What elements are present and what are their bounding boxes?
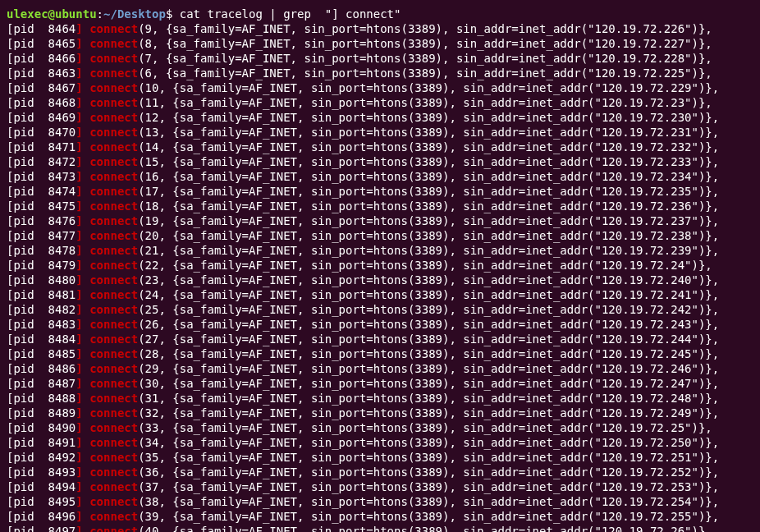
syscall-args: (32, {sa_family=AF_INET, sin_port=htons(… [138, 406, 719, 420]
connect-keyword: connect [89, 81, 138, 94]
bracket-close: ] [76, 126, 82, 139]
connect-keyword: connect [89, 510, 138, 523]
pid-open: [pid 8479 [7, 259, 76, 272]
pid-open: [pid 8471 [7, 140, 76, 154]
bracket-close: ] [76, 288, 82, 301]
output-line: [pid 8469] connect(12, {sa_family=AF_INE… [7, 110, 753, 125]
pid-open: [pid 8493 [7, 466, 76, 479]
bracket-close: ] [76, 214, 82, 227]
bracket-close: ] [76, 200, 82, 213]
pid-open: [pid 8473 [7, 170, 76, 183]
connect-keyword: connect [89, 303, 138, 316]
syscall-args: (18, {sa_family=AF_INET, sin_port=htons(… [138, 200, 719, 213]
pid-open: [pid 8491 [7, 436, 76, 449]
syscall-args: (26, {sa_family=AF_INET, sin_port=htons(… [138, 318, 719, 331]
bracket-close: ] [76, 111, 82, 124]
bracket-close: ] [76, 66, 82, 80]
connect-keyword: connect [89, 451, 138, 464]
connect-keyword: connect [89, 170, 138, 183]
connect-keyword: connect [89, 347, 138, 360]
syscall-args: (35, {sa_family=AF_INET, sin_port=htons(… [138, 451, 719, 464]
output-line: [pid 8468] connect(11, {sa_family=AF_INE… [7, 95, 753, 110]
prompt-path: ~/Desktop [103, 7, 166, 21]
syscall-args: (36, {sa_family=AF_INET, sin_port=htons(… [138, 466, 719, 479]
syscall-args: (19, {sa_family=AF_INET, sin_port=htons(… [138, 214, 719, 227]
output-line: [pid 8486] connect(29, {sa_family=AF_INE… [7, 361, 753, 376]
bracket-close: ] [76, 22, 82, 35]
syscall-args: (7, {sa_family=AF_INET, sin_port=htons(3… [138, 52, 712, 65]
connect-keyword: connect [89, 392, 138, 405]
connect-keyword: connect [89, 332, 138, 346]
bracket-close: ] [76, 259, 82, 272]
connect-keyword: connect [89, 406, 138, 420]
bracket-close: ] [76, 318, 82, 331]
pid-open: [pid 8467 [7, 81, 76, 94]
pid-open: [pid 8483 [7, 318, 76, 331]
syscall-args: (22, {sa_family=AF_INET, sin_port=htons(… [138, 259, 712, 272]
connect-keyword: connect [89, 22, 138, 35]
bracket-close: ] [76, 392, 82, 405]
connect-keyword: connect [89, 377, 138, 390]
bracket-close: ] [76, 273, 82, 287]
bracket-close: ] [76, 362, 82, 375]
pid-open: [pid 8469 [7, 111, 76, 124]
pid-open: [pid 8490 [7, 421, 76, 434]
bracket-close: ] [76, 229, 82, 242]
syscall-args: (29, {sa_family=AF_INET, sin_port=htons(… [138, 362, 719, 375]
syscall-args: (6, {sa_family=AF_INET, sin_port=htons(3… [138, 66, 712, 80]
output-line: [pid 8470] connect(13, {sa_family=AF_INE… [7, 125, 753, 140]
syscall-args: (13, {sa_family=AF_INET, sin_port=htons(… [138, 126, 719, 139]
output-lines: [pid 8464] connect(9, {sa_family=AF_INET… [7, 21, 753, 532]
pid-open: [pid 8496 [7, 510, 76, 523]
pid-open: [pid 8463 [7, 66, 76, 80]
bracket-close: ] [76, 96, 82, 109]
syscall-args: (15, {sa_family=AF_INET, sin_port=htons(… [138, 155, 719, 168]
bracket-close: ] [76, 81, 82, 94]
output-line: [pid 8466] connect(7, {sa_family=AF_INET… [7, 51, 753, 66]
output-line: [pid 8463] connect(6, {sa_family=AF_INET… [7, 66, 753, 80]
connect-keyword: connect [89, 185, 138, 198]
connect-keyword: connect [89, 273, 138, 287]
connect-keyword: connect [89, 318, 138, 331]
pid-open: [pid 8465 [7, 37, 76, 50]
pid-open: [pid 8475 [7, 200, 76, 213]
pid-open: [pid 8494 [7, 480, 76, 493]
syscall-args: (24, {sa_family=AF_INET, sin_port=htons(… [138, 288, 719, 301]
syscall-args: (39, {sa_family=AF_INET, sin_port=htons(… [138, 510, 719, 523]
bracket-close: ] [76, 170, 82, 183]
pid-open: [pid 8466 [7, 52, 76, 65]
pid-open: [pid 8470 [7, 126, 76, 139]
connect-keyword: connect [89, 259, 138, 272]
connect-keyword: connect [89, 525, 138, 532]
bracket-close: ] [76, 480, 82, 493]
syscall-args: (23, {sa_family=AF_INET, sin_port=htons(… [138, 273, 719, 287]
pid-open: [pid 8480 [7, 273, 76, 287]
output-line: [pid 8487] connect(30, {sa_family=AF_INE… [7, 376, 753, 391]
syscall-args: (38, {sa_family=AF_INET, sin_port=htons(… [138, 495, 719, 508]
connect-keyword: connect [89, 244, 138, 257]
syscall-args: (33, {sa_family=AF_INET, sin_port=htons(… [138, 421, 712, 434]
connect-keyword: connect [89, 200, 138, 213]
bracket-close: ] [76, 140, 82, 154]
bracket-close: ] [76, 155, 82, 168]
syscall-args: (8, {sa_family=AF_INET, sin_port=htons(3… [138, 37, 712, 50]
pid-open: [pid 8495 [7, 495, 76, 508]
prompt-user: ulexec [7, 7, 48, 21]
syscall-args: (20, {sa_family=AF_INET, sin_port=htons(… [138, 229, 719, 242]
prompt-dollar: $ [166, 7, 180, 21]
pid-open: [pid 8497 [7, 525, 76, 532]
syscall-args: (40, {sa_family=AF_INET, sin_port=htons(… [138, 525, 712, 532]
bracket-close: ] [76, 37, 82, 50]
terminal-prompt-line[interactable]: ulexec@ubuntu:~/Desktop$ cat tracelog | … [7, 7, 753, 21]
bracket-close: ] [76, 451, 82, 464]
pid-open: [pid 8488 [7, 392, 76, 405]
pid-open: [pid 8474 [7, 185, 76, 198]
connect-keyword: connect [89, 466, 138, 479]
pid-open: [pid 8472 [7, 155, 76, 168]
connect-keyword: connect [89, 480, 138, 493]
bracket-close: ] [76, 466, 82, 479]
pid-open: [pid 8489 [7, 406, 76, 420]
output-line: [pid 8475] connect(18, {sa_family=AF_INE… [7, 199, 753, 213]
connect-keyword: connect [89, 214, 138, 227]
syscall-args: (16, {sa_family=AF_INET, sin_port=htons(… [138, 170, 719, 183]
